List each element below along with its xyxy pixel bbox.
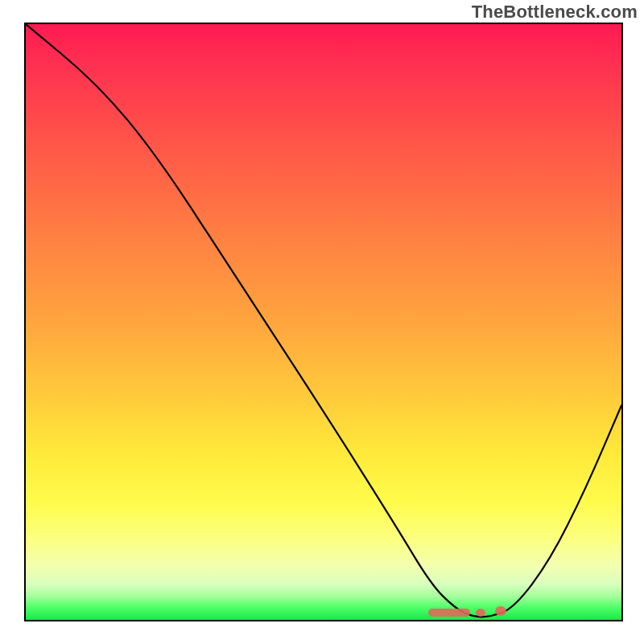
marker-pill-left xyxy=(428,609,470,617)
bottleneck-curve xyxy=(26,24,621,620)
watermark-text: TheBottleneck.com xyxy=(472,2,638,23)
chart-container: TheBottleneck.com xyxy=(0,0,644,644)
plot-frame xyxy=(24,23,623,621)
marker-dot-mid xyxy=(476,609,485,617)
curve-path xyxy=(26,24,621,617)
marker-dot-right xyxy=(495,606,506,616)
